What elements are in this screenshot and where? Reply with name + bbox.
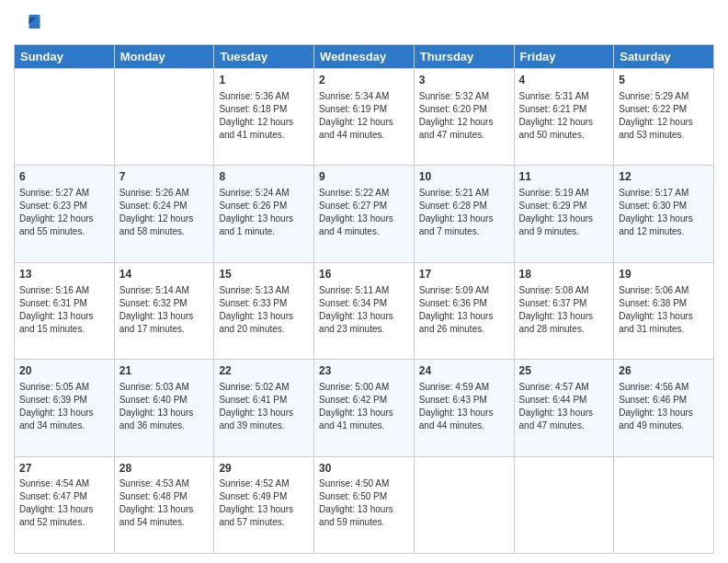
day-number: 23: [319, 363, 409, 379]
calendar-cell: 15Sunrise: 5:13 AMSunset: 6:33 PMDayligh…: [214, 262, 314, 359]
sunrise-text: Sunrise: 5:32 AM: [419, 90, 509, 103]
sunrise-text: Sunrise: 5:24 AM: [219, 187, 309, 200]
calendar-cell: 13Sunrise: 5:16 AMSunset: 6:31 PMDayligh…: [15, 262, 115, 359]
sunset-text: Sunset: 6:48 PM: [119, 490, 210, 503]
daylight-text: Daylight: 13 hours and 34 minutes.: [19, 407, 109, 432]
daylight-text: Daylight: 13 hours and 39 minutes.: [219, 407, 309, 432]
sunrise-text: Sunrise: 5:22 AM: [319, 187, 409, 200]
daylight-text: Daylight: 13 hours and 4 minutes.: [319, 213, 409, 238]
sunrise-text: Sunrise: 5:36 AM: [219, 90, 309, 103]
sunrise-text: Sunrise: 4:52 AM: [219, 477, 309, 490]
sunrise-text: Sunrise: 5:21 AM: [419, 187, 509, 200]
calendar-cell: 17Sunrise: 5:09 AMSunset: 6:36 PMDayligh…: [414, 262, 514, 359]
calendar-cell: 27Sunrise: 4:54 AMSunset: 6:47 PMDayligh…: [15, 456, 115, 553]
sunset-text: Sunset: 6:30 PM: [619, 200, 709, 213]
daylight-text: Daylight: 13 hours and 57 minutes.: [219, 503, 309, 529]
calendar-cell: [614, 456, 714, 553]
sunset-text: Sunset: 6:43 PM: [419, 394, 509, 407]
sunrise-text: Sunrise: 5:26 AM: [119, 187, 210, 200]
sunset-text: Sunset: 6:46 PM: [619, 394, 709, 407]
daylight-text: Daylight: 13 hours and 20 minutes.: [219, 310, 309, 336]
sunrise-text: Sunrise: 5:29 AM: [619, 90, 709, 103]
sunset-text: Sunset: 6:29 PM: [519, 200, 609, 213]
daylight-text: Daylight: 13 hours and 15 minutes.: [19, 310, 109, 336]
day-number: 2: [319, 73, 409, 88]
day-header-wednesday: Wednesday: [314, 45, 415, 69]
calendar-table: SundayMondayTuesdayWednesdayThursdayFrid…: [14, 44, 714, 554]
logo-icon: [14, 9, 41, 37]
daylight-text: Daylight: 13 hours and 26 minutes.: [419, 310, 509, 336]
sunrise-text: Sunrise: 5:03 AM: [119, 381, 210, 394]
calendar-cell: 7Sunrise: 5:26 AMSunset: 6:24 PMDaylight…: [114, 166, 214, 262]
daylight-text: Daylight: 13 hours and 1 minute.: [219, 213, 309, 238]
day-number: 20: [19, 363, 109, 379]
day-number: 10: [419, 169, 509, 185]
sunset-text: Sunset: 6:33 PM: [219, 297, 309, 310]
calendar-cell: 1Sunrise: 5:36 AMSunset: 6:18 PMDaylight…: [214, 69, 314, 166]
sunset-text: Sunset: 6:34 PM: [319, 297, 409, 310]
sunrise-text: Sunrise: 4:54 AM: [19, 477, 109, 490]
sunset-text: Sunset: 6:49 PM: [219, 490, 309, 503]
day-number: 15: [219, 267, 309, 282]
daylight-text: Daylight: 13 hours and 23 minutes.: [319, 310, 409, 336]
daylight-text: Daylight: 13 hours and 59 minutes.: [319, 503, 409, 529]
sunset-text: Sunset: 6:21 PM: [519, 103, 609, 116]
sunrise-text: Sunrise: 5:27 AM: [19, 187, 109, 200]
calendar-week-row: 27Sunrise: 4:54 AMSunset: 6:47 PMDayligh…: [15, 456, 714, 553]
sunset-text: Sunset: 6:22 PM: [619, 103, 709, 116]
sunrise-text: Sunrise: 4:56 AM: [619, 381, 709, 394]
day-number: 7: [119, 169, 210, 185]
daylight-text: Daylight: 12 hours and 58 minutes.: [119, 213, 210, 238]
day-number: 11: [519, 169, 609, 185]
day-number: 12: [619, 169, 709, 185]
calendar-cell: 18Sunrise: 5:08 AMSunset: 6:37 PMDayligh…: [514, 262, 614, 359]
day-number: 14: [119, 267, 210, 282]
sunset-text: Sunset: 6:37 PM: [519, 297, 609, 310]
calendar-cell: 11Sunrise: 5:19 AMSunset: 6:29 PMDayligh…: [514, 166, 614, 262]
calendar-cell: 3Sunrise: 5:32 AMSunset: 6:20 PMDaylight…: [414, 69, 514, 166]
daylight-text: Daylight: 13 hours and 12 minutes.: [619, 213, 709, 238]
sunrise-text: Sunrise: 5:13 AM: [219, 284, 309, 297]
day-number: 5: [619, 73, 709, 88]
calendar-cell: 22Sunrise: 5:02 AMSunset: 6:41 PMDayligh…: [214, 360, 314, 456]
sunset-text: Sunset: 6:27 PM: [319, 200, 409, 213]
sunrise-text: Sunrise: 5:09 AM: [419, 284, 509, 297]
calendar-cell: 26Sunrise: 4:56 AMSunset: 6:46 PMDayligh…: [614, 360, 714, 456]
sunrise-text: Sunrise: 4:50 AM: [319, 477, 409, 490]
calendar-cell: 16Sunrise: 5:11 AMSunset: 6:34 PMDayligh…: [314, 262, 415, 359]
daylight-text: Daylight: 12 hours and 44 minutes.: [319, 116, 409, 142]
sunset-text: Sunset: 6:26 PM: [219, 200, 309, 213]
calendar-cell: 19Sunrise: 5:06 AMSunset: 6:38 PMDayligh…: [614, 262, 714, 359]
sunrise-text: Sunrise: 5:08 AM: [519, 284, 609, 297]
header: [14, 9, 714, 37]
day-number: 6: [19, 169, 109, 185]
calendar-cell: 8Sunrise: 5:24 AMSunset: 6:26 PMDaylight…: [214, 166, 314, 262]
day-number: 19: [619, 267, 709, 282]
sunrise-text: Sunrise: 5:16 AM: [19, 284, 109, 297]
day-number: 17: [419, 267, 509, 282]
sunrise-text: Sunrise: 5:34 AM: [319, 90, 409, 103]
calendar-cell: 30Sunrise: 4:50 AMSunset: 6:50 PMDayligh…: [314, 456, 415, 553]
day-number: 21: [119, 363, 210, 379]
daylight-text: Daylight: 12 hours and 55 minutes.: [19, 213, 109, 238]
calendar-cell: [15, 69, 115, 166]
day-number: 3: [419, 73, 509, 88]
daylight-text: Daylight: 13 hours and 54 minutes.: [119, 503, 210, 529]
sunset-text: Sunset: 6:18 PM: [219, 103, 309, 116]
daylight-text: Daylight: 13 hours and 9 minutes.: [519, 213, 609, 238]
day-header-sunday: Sunday: [15, 45, 115, 69]
sunset-text: Sunset: 6:20 PM: [419, 103, 509, 116]
daylight-text: Daylight: 13 hours and 36 minutes.: [119, 407, 210, 432]
calendar-week-row: 6Sunrise: 5:27 AMSunset: 6:23 PMDaylight…: [15, 166, 714, 262]
calendar-cell: [514, 456, 614, 553]
sunset-text: Sunset: 6:44 PM: [519, 394, 609, 407]
day-number: 9: [319, 169, 409, 185]
day-header-thursday: Thursday: [414, 45, 514, 69]
calendar-cell: 23Sunrise: 5:00 AMSunset: 6:42 PMDayligh…: [314, 360, 415, 456]
calendar-cell: 9Sunrise: 5:22 AMSunset: 6:27 PMDaylight…: [314, 166, 415, 262]
sunset-text: Sunset: 6:41 PM: [219, 394, 309, 407]
sunset-text: Sunset: 6:24 PM: [119, 200, 210, 213]
sunrise-text: Sunrise: 5:19 AM: [519, 187, 609, 200]
calendar-cell: 2Sunrise: 5:34 AMSunset: 6:19 PMDaylight…: [314, 69, 415, 166]
sunset-text: Sunset: 6:23 PM: [19, 200, 109, 213]
